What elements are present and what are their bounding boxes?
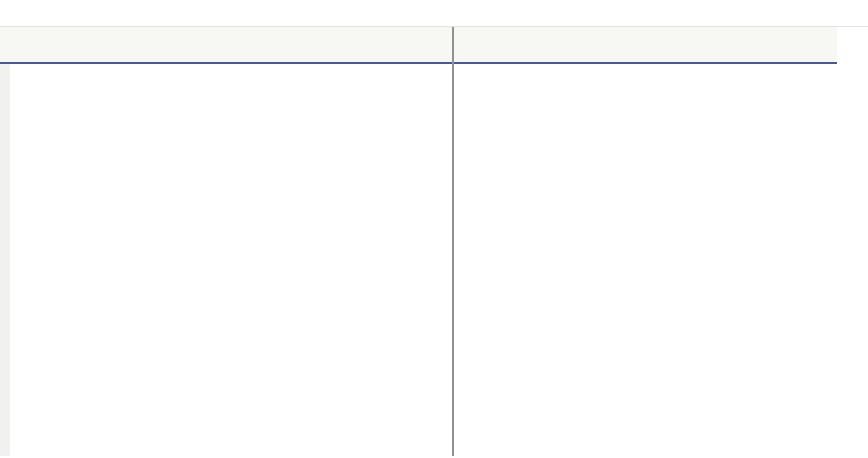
right-sidebar (837, 27, 868, 458)
smartsheet-gantt-app (0, 0, 868, 458)
row-grip-strip (0, 27, 10, 457)
grid-gantt-splitter[interactable] (452, 27, 454, 457)
frozen-row-divider (0, 62, 837, 64)
grid-header (0, 27, 837, 62)
toolbar (0, 0, 868, 27)
close-gantt-button[interactable] (825, 52, 837, 63)
